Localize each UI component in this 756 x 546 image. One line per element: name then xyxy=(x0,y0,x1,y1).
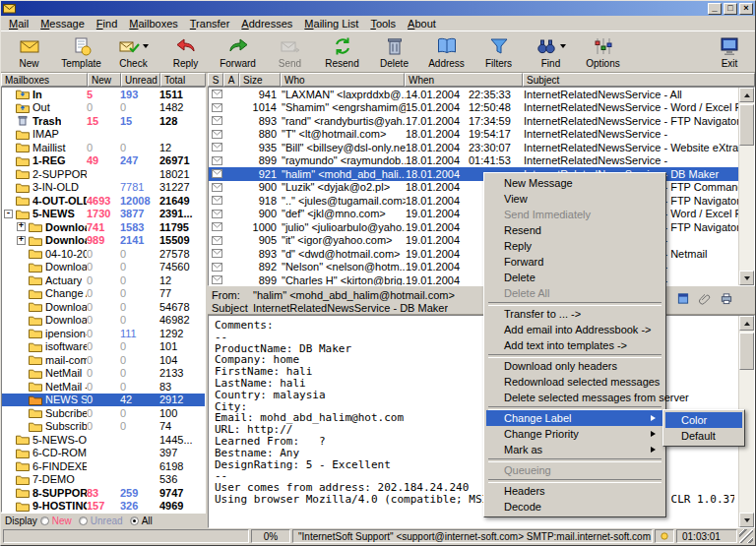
mailbox-item-change-ad[interactable]: Change Ad...0077 xyxy=(2,287,205,301)
mailbox-item-download[interactable]: +Download ...741158311795 xyxy=(2,220,205,234)
menubar-item-message[interactable]: Message xyxy=(34,17,91,30)
mailbox-item-out[interactable]: Out001482 xyxy=(2,101,205,115)
message-row[interactable]: 893"rand" <randyburtis@yah...17.01.20041… xyxy=(209,114,738,128)
dropdown-arrow-icon[interactable] xyxy=(560,44,566,51)
resize-grip[interactable] xyxy=(739,529,753,543)
message-list-scrollbar[interactable] xyxy=(738,88,754,285)
new-button[interactable]: New xyxy=(3,32,55,71)
mailbox-item-6-cd-rom-ca[interactable]: 6-CD-ROM-CA...397 xyxy=(2,447,205,460)
menubar-item-about[interactable]: About xyxy=(402,17,442,30)
menubar-item-mail[interactable]: Mail xyxy=(3,17,34,30)
titlebar[interactable]: _ □ × xyxy=(1,1,755,16)
context-menu-item-reply[interactable]: Reply xyxy=(486,238,663,254)
mailbox-item-ipension-do[interactable]: ipension-do...01111292 xyxy=(2,327,205,340)
minus-expander-icon[interactable]: - xyxy=(4,210,13,218)
context-menu-item-add-text-into-templates[interactable]: Add text into templates -> xyxy=(486,337,663,353)
mailbox-item-download[interactable]: Download ...0074560 xyxy=(2,261,205,274)
plus-expander-icon[interactable]: + xyxy=(17,222,26,231)
menubar-item-tools[interactable]: Tools xyxy=(364,17,402,30)
scroll-up-icon[interactable] xyxy=(739,316,754,331)
minimize-button[interactable]: _ xyxy=(708,3,722,15)
mailbox-header-total[interactable]: Total xyxy=(160,73,206,87)
context-menu-item-delete[interactable]: Delete xyxy=(486,270,663,285)
context-menu-item-change-priority[interactable]: Change Priority xyxy=(486,426,663,442)
message-header-subject[interactable]: Subject xyxy=(523,73,755,87)
menubar-item-mailing-list[interactable]: Mailing List xyxy=(298,17,364,30)
mailbox-item-isoftware[interactable]: isoftware00101 xyxy=(2,340,205,354)
mailbox-item-actuary[interactable]: Actuary0012 xyxy=(2,273,205,287)
context-menu-item-decode[interactable]: Decode xyxy=(486,499,663,515)
message-row[interactable]: 941"LAXMAN" <laxprddxb@...14.01.200422:3… xyxy=(209,88,738,101)
mailbox-item-8-support[interactable]: 8-SUPPORT832599747 xyxy=(2,486,205,500)
mailbox-item-netmail[interactable]: NetMail002133 xyxy=(2,367,205,381)
delete-button[interactable]: Delete xyxy=(368,32,420,71)
context-menu-item-redownload-selected-messages[interactable]: Redownload selected messages xyxy=(486,374,663,390)
message-header-size[interactable]: Size xyxy=(239,73,281,87)
mailbox-item-maillist[interactable]: Maillist0012 xyxy=(2,141,205,154)
mailbox-item-download[interactable]: +Download ...989214115509 xyxy=(2,234,205,248)
mailbox-item-subscribe[interactable]: Subscribe0074 xyxy=(2,420,205,434)
template-button[interactable]: Template xyxy=(55,32,107,71)
mailbox-item-7-demo[interactable]: 7-DEMO536 xyxy=(2,473,205,487)
find-button[interactable]: Find xyxy=(525,32,577,71)
mailbox-item-3-in-old[interactable]: 3-IN-OLD778131227 xyxy=(2,181,205,195)
menubar-item-find[interactable]: Find xyxy=(91,17,123,30)
submenu-item-default[interactable]: Default xyxy=(665,428,742,444)
message-header-s[interactable]: S xyxy=(208,73,223,87)
message-header-who[interactable]: Who xyxy=(281,73,405,87)
address-button[interactable]: Address xyxy=(420,32,472,71)
display-radio-unread[interactable] xyxy=(79,516,88,525)
attachment-icon[interactable] xyxy=(696,290,714,306)
scroll-up-icon[interactable] xyxy=(739,88,754,102)
message-row[interactable]: 1014"Shamim" <engrshamim@...15.01.200412… xyxy=(209,101,738,115)
print-icon[interactable] xyxy=(718,290,735,306)
mailbox-item-subcribe-n[interactable]: Subcribe-N...00100 xyxy=(2,406,205,420)
dropdown-arrow-icon[interactable] xyxy=(143,44,149,51)
context-menu-item-transfer-to[interactable]: Transfer to ... -> xyxy=(486,306,663,322)
forward-button[interactable]: Forward xyxy=(212,32,264,71)
exit-button[interactable]: Exit xyxy=(706,32,753,71)
scroll-down-icon[interactable] xyxy=(739,271,754,285)
mailbox-item-download[interactable]: Download ...0046982 xyxy=(2,314,205,328)
context-menu-item-forward[interactable]: Forward xyxy=(486,254,663,270)
message-row[interactable]: 935"Bill" <billsey@dsl-only.ne...18.01.2… xyxy=(209,141,738,154)
plus-expander-icon[interactable]: + xyxy=(17,236,26,245)
mailbox-item-9-hosting[interactable]: 9-HOSTING1573264969 xyxy=(2,500,205,514)
mailbox-item-04-10-2002[interactable]: 04-10-2002...0027578 xyxy=(2,247,205,261)
context-menu-item-resend[interactable]: Resend xyxy=(486,222,663,238)
options-button[interactable]: Options xyxy=(577,32,629,71)
mailbox-item-5-news[interactable]: -5-NEWS173038772391... xyxy=(2,208,205,221)
reply-button[interactable]: Reply xyxy=(159,32,212,71)
message-source-icon[interactable] xyxy=(674,290,692,306)
context-menu-item-mark-as[interactable]: Mark as xyxy=(486,442,663,457)
menubar-item-addresses[interactable]: Addresses xyxy=(235,17,298,30)
display-radio-all[interactable] xyxy=(130,516,139,525)
mailbox-item-in[interactable]: In51931511 xyxy=(2,88,205,101)
submenu-item-color[interactable]: Color xyxy=(665,412,742,428)
message-header-a[interactable]: A xyxy=(223,73,239,87)
menubar-item-transfer[interactable]: Transfer xyxy=(184,17,236,30)
filters-button[interactable]: Filters xyxy=(472,32,525,71)
mailbox-item-2-support[interactable]: 2-SUPPORT18021 xyxy=(2,167,205,181)
mailbox-item-news-se[interactable]: NEWS SE...0422912 xyxy=(2,394,205,407)
message-row[interactable]: 899"raymundo" <raymundob...18.01.200401:… xyxy=(209,154,738,168)
mailbox-item-netmail-m[interactable]: NetMail - m...0083 xyxy=(2,380,205,394)
maximize-button[interactable]: □ xyxy=(724,3,737,15)
scroll-down-icon[interactable] xyxy=(739,513,754,527)
close-button[interactable]: × xyxy=(739,3,753,15)
mailbox-item-trash[interactable]: Trash1515128 xyxy=(2,114,205,128)
context-menu-item-headers[interactable]: Headers xyxy=(486,483,663,499)
message-row[interactable]: 880"T" <lt@hotmail.com>18.01.200419:54:1… xyxy=(209,128,738,142)
context-menu-item-delete-selected-messages-from-server[interactable]: Delete selected messages from server xyxy=(486,390,663,405)
context-menu-item-download-only-headers[interactable]: Download only headers xyxy=(486,358,663,374)
mailbox-header-unread[interactable]: Unread xyxy=(121,73,160,87)
context-menu-item-new-message[interactable]: New Message xyxy=(486,175,663,191)
mailbox-item-imap[interactable]: IMAP xyxy=(2,128,205,142)
context-menu-item-change-label[interactable]: Change Label xyxy=(486,410,663,426)
mailbox-item-1-reg[interactable]: 1-REG4924726971 xyxy=(2,154,205,168)
message-header-when[interactable]: When xyxy=(405,73,523,87)
mailbox-item-6-findexe[interactable]: 6-FINDEXE6198 xyxy=(2,459,205,473)
mailbox-item-5-news-old[interactable]: 5-NEWS-OLD1445... xyxy=(2,433,205,447)
scrollbar-thumb[interactable] xyxy=(739,104,754,146)
mailbox-item-download[interactable]: Download ...0054678 xyxy=(2,300,205,314)
